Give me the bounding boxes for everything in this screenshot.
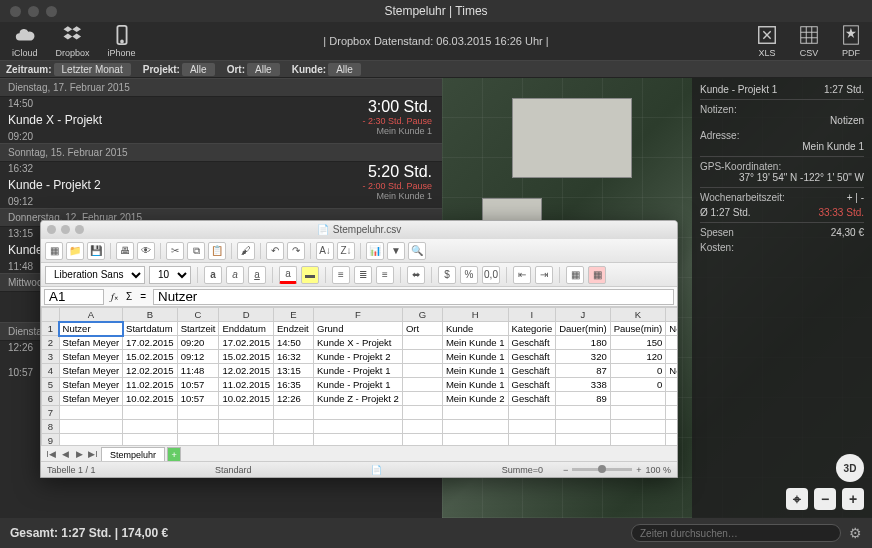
paste-icon[interactable]: 📋: [208, 242, 226, 260]
window-title: Stempeluhr | Times: [0, 0, 872, 22]
sort-desc-icon[interactable]: Z↓: [337, 242, 355, 260]
indent-dec-icon[interactable]: ⇤: [513, 266, 531, 284]
close-dot[interactable]: [10, 6, 21, 17]
grid-icon[interactable]: ▦: [588, 266, 606, 284]
merge-icon[interactable]: ⬌: [407, 266, 425, 284]
spreadsheet-grid: ABCDEFGHIJKLM1NutzerStartdatumStartzeitE…: [41, 307, 677, 445]
find-icon[interactable]: 🔍: [408, 242, 426, 260]
align-right-icon[interactable]: ≡: [376, 266, 394, 284]
filter-ort[interactable]: Alle: [247, 63, 280, 76]
zoom-out-icon[interactable]: −: [563, 465, 568, 475]
borders-icon[interactable]: ▦: [566, 266, 584, 284]
fx-icon[interactable]: 𝑓ₓ: [107, 291, 122, 303]
search-input[interactable]: [631, 524, 841, 542]
settings-gear-icon[interactable]: ⚙: [849, 525, 862, 541]
address-value: Mein Kunde 1: [700, 141, 864, 152]
preview-icon[interactable]: 👁: [137, 242, 155, 260]
filter-zeitraum[interactable]: Letzter Monat: [54, 63, 131, 76]
max-dot[interactable]: [46, 6, 57, 17]
export-csv[interactable]: CSV: [798, 24, 820, 58]
svg-rect-3: [801, 27, 818, 44]
chart-icon[interactable]: 📊: [366, 242, 384, 260]
label: iPhone: [108, 48, 136, 58]
export-xls[interactable]: XLS: [756, 24, 778, 58]
status-sum: Summe=0: [502, 465, 543, 475]
storage-dropbox[interactable]: Dropbox: [56, 24, 90, 58]
export-pdf[interactable]: PDF: [840, 24, 862, 58]
min-dot[interactable]: [28, 6, 39, 17]
indent-inc-icon[interactable]: ⇥: [535, 266, 553, 284]
copy-icon[interactable]: ⧉: [187, 242, 205, 260]
print-icon[interactable]: 🖶: [116, 242, 134, 260]
brush-icon[interactable]: 🖌: [237, 242, 255, 260]
map-zoom-in[interactable]: +: [842, 488, 864, 510]
max-dot[interactable]: [75, 225, 84, 234]
equals-icon[interactable]: =: [136, 291, 150, 302]
gps-label: GPS-Koordinaten:: [700, 161, 864, 172]
add-sheet-tab[interactable]: +: [167, 447, 181, 461]
pdf-icon: [840, 24, 862, 46]
expenses-label: Spesen: [700, 227, 734, 238]
underline-icon[interactable]: a: [248, 266, 266, 284]
phone-icon: [111, 24, 133, 46]
formula-input[interactable]: [153, 289, 674, 305]
xls-icon: [756, 24, 778, 46]
detail-title: Kunde - Projekt 1: [700, 84, 777, 95]
sheet-statusbar: Tabelle 1 / 1 Standard 📄 Summe=0 − + 100…: [41, 461, 677, 477]
min-dot[interactable]: [61, 225, 70, 234]
tab-prev[interactable]: ◀: [59, 449, 71, 459]
size-select[interactable]: 10: [149, 266, 191, 284]
address-label: Adresse:: [700, 130, 864, 141]
cut-icon[interactable]: ✂: [166, 242, 184, 260]
cell-reference[interactable]: [44, 289, 104, 305]
font-color-icon[interactable]: a: [279, 266, 297, 284]
week-value[interactable]: + | -: [847, 192, 864, 203]
undo-icon[interactable]: ↶: [266, 242, 284, 260]
storage-iphone[interactable]: iPhone: [108, 24, 136, 58]
costs-label: Kosten:: [700, 242, 864, 253]
start-time: 16:32: [8, 163, 101, 174]
label: iCloud: [12, 48, 38, 58]
storage-icloud[interactable]: iCloud: [12, 24, 38, 58]
new-icon[interactable]: ▦: [45, 242, 63, 260]
label: CSV: [800, 48, 819, 58]
align-center-icon[interactable]: ≣: [354, 266, 372, 284]
sheet-titlebar: 📄Stempeluhr.csv: [41, 221, 677, 239]
tab-last[interactable]: ▶I: [87, 449, 99, 459]
map-zoom-out[interactable]: −: [814, 488, 836, 510]
mac-traffic-lights: [10, 6, 57, 17]
zoom-control[interactable]: − + 100 %: [563, 465, 671, 475]
label: XLS: [758, 48, 775, 58]
bold-icon[interactable]: a: [204, 266, 222, 284]
italic-icon[interactable]: a: [226, 266, 244, 284]
map-locate-button[interactable]: ⌖: [786, 488, 808, 510]
highlight-icon[interactable]: ▬: [301, 266, 319, 284]
filter-icon[interactable]: ▼: [387, 242, 405, 260]
currency-icon[interactable]: $: [438, 266, 456, 284]
decimal-icon[interactable]: 0,0: [482, 266, 500, 284]
csv-icon: [798, 24, 820, 46]
customer: Mein Kunde 1: [376, 191, 432, 201]
zoom-slider[interactable]: [572, 468, 632, 471]
grid-scroll[interactable]: ABCDEFGHIJKLM1NutzerStartdatumStartzeitE…: [41, 307, 677, 445]
tab-first[interactable]: I◀: [45, 449, 57, 459]
filter-kunde[interactable]: Alle: [328, 63, 361, 76]
close-dot[interactable]: [47, 225, 56, 234]
app-window: Stempeluhr | Times iCloud Dropbox iPhone…: [0, 0, 872, 548]
zoom-in-icon[interactable]: +: [636, 465, 641, 475]
redo-icon[interactable]: ↷: [287, 242, 305, 260]
save-icon[interactable]: 💾: [87, 242, 105, 260]
sum-icon[interactable]: Σ: [122, 291, 136, 302]
time-entry[interactable]: 16:32Kunde - Projekt 209:12 5:20 Std.- 2…: [0, 162, 442, 208]
map-3d-button[interactable]: 3D: [836, 454, 864, 482]
filter-projekt[interactable]: Alle: [182, 63, 215, 76]
sort-asc-icon[interactable]: A↓: [316, 242, 334, 260]
sheet-tab[interactable]: Stempeluhr: [101, 447, 165, 461]
open-icon[interactable]: 📁: [66, 242, 84, 260]
percent-icon[interactable]: %: [460, 266, 478, 284]
tab-next[interactable]: ▶: [73, 449, 85, 459]
top-icon-row: iCloud Dropbox iPhone | Dropbox Datensta…: [0, 22, 872, 60]
font-select[interactable]: Liberation Sans: [45, 266, 145, 284]
align-left-icon[interactable]: ≡: [332, 266, 350, 284]
time-entry[interactable]: 14:50Kunde X - Projekt09:20 3:00 Std.- 2…: [0, 97, 442, 143]
